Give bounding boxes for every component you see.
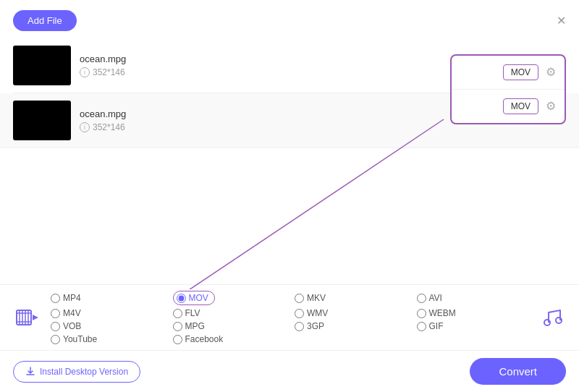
format-option-mkv[interactable]: MKV — [295, 291, 417, 305]
format-badge-1[interactable]: MOV — [503, 64, 538, 80]
format-radio-mp4[interactable] — [51, 294, 60, 303]
spacer — [0, 148, 579, 221]
header: Add File ✕ — [0, 0, 579, 38]
format-row-1: MOV ⚙ — [452, 56, 565, 90]
install-button[interactable]: Install Desktop Version — [13, 361, 140, 383]
format-radio-webm[interactable] — [417, 309, 426, 318]
info-icon: i — [80, 67, 90, 77]
bottom-bar: MP4 MOV MKV AVI M4V FLV WMV — [0, 284, 579, 392]
format-radio-3gp[interactable] — [295, 322, 304, 331]
format-option-vob[interactable]: VOB — [51, 321, 173, 331]
format-option-gif[interactable]: GIF — [417, 321, 539, 331]
format-selector-area: MP4 MOV MKV AVI M4V FLV WMV — [0, 285, 579, 351]
format-radio-avi[interactable] — [417, 294, 426, 303]
format-option-mpg[interactable]: MPG — [173, 321, 295, 331]
format-badge-2[interactable]: MOV — [503, 98, 538, 114]
download-icon — [25, 367, 35, 377]
format-radio-youtube[interactable] — [51, 335, 60, 344]
format-option-facebook[interactable]: Facebook — [173, 334, 295, 344]
add-file-button[interactable]: Add File — [13, 10, 77, 31]
file-resolution: 352*146 — [93, 67, 125, 77]
format-option-youtube[interactable]: YouTube — [51, 334, 173, 344]
format-option-mov[interactable]: MOV — [173, 291, 295, 305]
mov-option-wrapper: MOV — [173, 291, 215, 305]
bottom-actions: Install Desktop Version Convert — [0, 351, 579, 392]
format-radio-mkv[interactable] — [295, 294, 304, 303]
svg-rect-1 — [17, 310, 31, 325]
install-label: Install Desktop Version — [40, 367, 128, 377]
format-radio-vob[interactable] — [51, 322, 60, 331]
format-option-webm[interactable]: WEBM — [417, 308, 539, 318]
format-radio-facebook[interactable] — [173, 335, 182, 344]
format-option-flv[interactable]: FLV — [173, 308, 295, 318]
format-panel: MOV ⚙ MOV ⚙ — [450, 54, 566, 124]
video-format-icon — [13, 304, 41, 331]
format-grid: MP4 MOV MKV AVI M4V FLV WMV — [51, 291, 538, 344]
format-radio-m4v[interactable] — [51, 309, 60, 318]
format-option-avi[interactable]: AVI — [417, 291, 539, 305]
format-option-mp4[interactable]: MP4 — [51, 291, 173, 305]
file-thumbnail — [13, 46, 71, 85]
format-option-3gp[interactable]: 3GP — [295, 321, 417, 331]
format-radio-mov[interactable] — [177, 294, 186, 303]
info-icon: i — [80, 122, 90, 132]
format-radio-flv[interactable] — [173, 309, 182, 318]
file-resolution: 352*146 — [93, 122, 125, 132]
gear-button-2[interactable]: ⚙ — [546, 101, 556, 112]
gear-button-1[interactable]: ⚙ — [546, 67, 556, 78]
format-option-wmv[interactable]: WMV — [295, 308, 417, 318]
convert-button[interactable]: Convert — [470, 358, 566, 385]
svg-marker-8 — [33, 315, 38, 320]
format-row-2: MOV ⚙ — [452, 90, 565, 123]
close-button[interactable]: ✕ — [557, 15, 566, 27]
format-radio-mpg[interactable] — [173, 322, 182, 331]
format-option-m4v[interactable]: M4V — [51, 308, 173, 318]
file-thumbnail — [13, 101, 71, 140]
format-radio-gif[interactable] — [417, 322, 426, 331]
format-radio-wmv[interactable] — [295, 309, 304, 318]
music-format-icon — [538, 304, 566, 331]
